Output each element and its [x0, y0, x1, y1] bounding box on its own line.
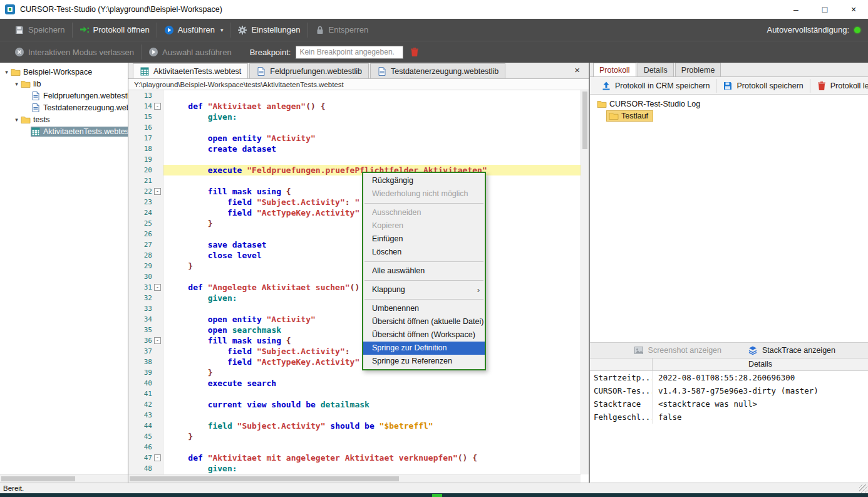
log-tree-item-testlauf[interactable]: Testlauf	[590, 110, 868, 122]
code-line-text[interactable]: def "Aktivitaet anlegen"() {	[163, 101, 581, 112]
code-line-text[interactable]	[163, 154, 581, 165]
explorer-item-feldpruefungen-webtestlib[interactable]: Feldpruefungen.webtestlib	[0, 90, 128, 102]
code-line: 23 field "Subject.Activity": "	[128, 197, 581, 207]
code-line-text[interactable]	[163, 389, 581, 399]
resize-grip[interactable]	[859, 484, 867, 493]
line-number: 21	[144, 175, 152, 186]
line-number: 13	[144, 90, 152, 101]
code-token: def	[188, 283, 202, 292]
editor-close-tab-icon[interactable]: ×	[574, 65, 580, 75]
editor-tab-feldpruefungen-webtestlib[interactable]: Feldpruefungen.webtestlib	[249, 63, 369, 78]
expander-icon[interactable]: ▾	[3, 69, 11, 75]
explorer-item-aktivitaetentests-webtest[interactable]: AktivitaetenTests.webtest	[0, 125, 128, 137]
explorer-horizontal-scrollbar[interactable]	[0, 474, 128, 483]
log-tab-probleme[interactable]: Probleme	[675, 63, 721, 76]
code-line-text[interactable]: open entity "Activity"	[163, 133, 581, 144]
line-number: 42	[144, 399, 152, 410]
fold-collapse-icon[interactable]: -	[154, 103, 161, 110]
code-line-text[interactable]: }	[163, 431, 581, 442]
run-button[interactable]: Ausführen▾	[157, 23, 231, 38]
menu-item-einfugen[interactable]: Einfügen	[363, 233, 485, 246]
log-tab-details[interactable]: Details	[638, 63, 674, 76]
code-line-text[interactable]	[163, 442, 581, 453]
code-line: 35 open searchmask	[128, 325, 581, 335]
log-tab-protokoll[interactable]: Protokoll	[593, 63, 636, 76]
breakpoint-input[interactable]	[296, 46, 403, 59]
code-line-text[interactable]: given:	[163, 463, 581, 474]
menu-item-ubersicht-offnen-workspace[interactable]: Übersicht öffnen (Workspace)	[363, 328, 485, 342]
code-line-text[interactable]	[163, 90, 581, 101]
code-line-text[interactable]: field "Subject.Activity" should be "$bet…	[163, 421, 581, 431]
code-line-text[interactable]: given:	[163, 112, 581, 122]
code-token: field	[227, 208, 252, 217]
details-table: Details Startzeitp...2022-08-01T08:55:28…	[590, 358, 868, 483]
code-editor[interactable]: 1314- def "Aktivitaet anlegen"() {15 giv…	[128, 90, 589, 483]
open-log-button[interactable]: Protokoll öffnen	[73, 23, 157, 38]
clear-log-button[interactable]: Protokoll leeren	[810, 79, 868, 93]
editor-hscroll-thumb[interactable]	[130, 476, 399, 481]
menu-item-label: Alle auswählen	[372, 264, 425, 278]
menu-item-springe-zur-definition[interactable]: Springe zur Definition	[363, 342, 485, 355]
expander-icon[interactable]: ▾	[13, 117, 21, 123]
line-gutter: 31-	[128, 282, 163, 293]
fold-collapse-icon[interactable]: -	[154, 284, 161, 291]
explorer-hscroll-thumb[interactable]	[1, 476, 75, 481]
code-token: "Subject.Activity"	[257, 197, 345, 207]
fold-collapse-icon[interactable]: -	[154, 337, 161, 344]
editor-tab-aktivitaetentests-webtest[interactable]: AktivitaetenTests.webtest	[133, 63, 248, 78]
details-row: Stacktrace<stacktrace was null>	[590, 397, 868, 411]
save-log-to-crm-button[interactable]: Protokoll in CRM speichern	[595, 79, 716, 93]
editor-horizontal-scrollbar[interactable]	[128, 474, 581, 483]
settings-icon	[237, 25, 247, 35]
code-token: def	[188, 102, 202, 111]
log-tree-item-cursor-test-studio-log[interactable]: CURSOR-Test-Studio Log	[590, 98, 868, 110]
menu-item-umbenennen[interactable]: Umbenennen	[363, 302, 485, 315]
editor-tab-testdatenerzeugung-webtestlib[interactable]: Testdatenerzeugung.webtestlib	[370, 63, 505, 78]
line-number: 20	[144, 165, 152, 175]
maximize-button[interactable]: □	[810, 0, 839, 19]
stacktrace-toggle-button[interactable]: StackTrace anzeigen	[748, 345, 835, 355]
code-token: "	[354, 197, 359, 207]
menu-item-klappung[interactable]: Klappung›	[363, 283, 485, 296]
explorer-item-tests[interactable]: ▾tests	[0, 113, 128, 125]
code-token: given:	[208, 112, 237, 122]
fold-collapse-icon[interactable]: -	[154, 188, 161, 195]
menu-item-springe-zu-referenzen[interactable]: Springe zu Referenzen	[363, 355, 485, 368]
line-gutter: 13	[128, 90, 163, 101]
code-line-text[interactable]: def "Aktivitaet mit angelegeter Aktivita…	[163, 453, 581, 463]
line-gutter: 32	[128, 293, 163, 303]
explorer-item-testdatenerzeugung-webtestlib[interactable]: Testdatenerzeugung.webtestlib	[0, 102, 128, 113]
tree-item-content: AktivitaetenTests.webtest	[31, 127, 128, 137]
editor-vertical-scrollbar[interactable]	[581, 90, 589, 474]
code-line-text[interactable]: create dataset	[163, 144, 581, 154]
code-line-text[interactable]: current view should be detailmask	[163, 399, 581, 410]
minimize-button[interactable]: –	[782, 0, 810, 19]
fold-spacer	[154, 167, 161, 174]
line-number: 40	[144, 378, 152, 389]
save-log-button[interactable]: Protokoll speichern	[716, 79, 810, 93]
code-line-text[interactable]	[163, 122, 581, 133]
code-token: open entity	[208, 133, 262, 143]
fold-spacer	[154, 177, 161, 184]
taskbar-sliver	[0, 493, 868, 497]
menu-item-alle-auswahlen[interactable]: Alle auswählen	[363, 264, 485, 278]
run-dropdown-caret-icon[interactable]: ▾	[220, 27, 224, 33]
expander-icon[interactable]: ▾	[13, 81, 21, 87]
explorer-item-lib[interactable]: ▾lib	[0, 78, 128, 90]
menu-item-loschen[interactable]: Löschen	[363, 246, 485, 259]
fold-collapse-icon[interactable]: -	[154, 454, 161, 461]
delete-breakpoint-button[interactable]	[410, 47, 420, 57]
menu-item-ruckgangig[interactable]: Rückgängig	[363, 174, 485, 187]
settings-button[interactable]: Einstellungen	[230, 23, 307, 38]
editor-vscroll-thumb[interactable]	[582, 92, 587, 149]
explorer-item-beispiel-workspace[interactable]: ▾Beispiel-Workspace	[0, 66, 128, 78]
run-button-label: Ausführen	[178, 25, 215, 34]
code-line-text[interactable]: execute search	[163, 378, 581, 389]
details-row-key: Stacktrace	[590, 397, 653, 411]
window-title: CURSOR-Test-Studio (Y:\playground\Beispi…	[20, 5, 222, 14]
code-line-text[interactable]	[163, 410, 581, 421]
menu-item-ubersicht-offnen-aktuelle-datei[interactable]: Übersicht öffnen (aktuelle Datei)	[363, 315, 485, 328]
close-button[interactable]: ×	[839, 0, 868, 19]
menu-separator	[364, 261, 483, 262]
file-path-bar: Y:\playground\Beispiel-Workspace\tests\A…	[128, 79, 589, 90]
